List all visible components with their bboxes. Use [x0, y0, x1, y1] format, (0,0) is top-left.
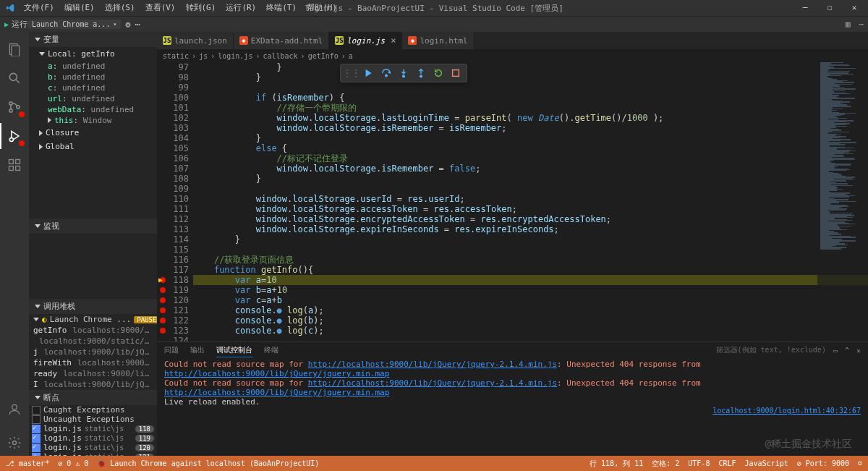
panel-tab[interactable]: 问题: [164, 344, 179, 357]
debug-toolbar[interactable]: ⋮⋮: [340, 64, 467, 82]
menu-item[interactable]: 编辑(E): [59, 0, 100, 16]
step-out-button[interactable]: [413, 66, 429, 80]
code-line[interactable]: [193, 336, 868, 341]
drag-handle-icon[interactable]: ⋮⋮: [344, 66, 359, 80]
minimap[interactable]: [817, 62, 868, 341]
breakpoint-item[interactable]: login.js static\js119: [29, 433, 157, 443]
editor-tab[interactable]: ◆EXData-add.html: [234, 32, 329, 49]
code-line[interactable]: //标记不记住登录: [193, 153, 868, 164]
step-into-button[interactable]: [396, 66, 412, 80]
checkbox[interactable]: [32, 415, 41, 424]
breakpoint-option[interactable]: Caught Exceptions: [29, 405, 157, 415]
continue-button[interactable]: [361, 66, 377, 80]
callstack-frame[interactable]: Ilocalhost:9000/lib/jQuery/jquery-2.1...: [29, 379, 157, 390]
breadcrumb-segment[interactable]: js: [199, 52, 208, 60]
code-line[interactable]: [193, 82, 868, 93]
code-line[interactable]: }: [193, 234, 868, 245]
variables-pane-header[interactable]: 变量: [29, 32, 157, 47]
code-line[interactable]: if (isRemember) {: [193, 93, 868, 103]
panel-tab[interactable]: 调试控制台: [216, 344, 252, 357]
menu-item[interactable]: 文件(F): [19, 0, 59, 16]
close-button[interactable]: ✕: [842, 0, 867, 16]
restart-button[interactable]: [430, 66, 446, 80]
checkbox[interactable]: [32, 444, 41, 452]
menu-item[interactable]: 终端(T): [261, 0, 302, 16]
code-line[interactable]: [193, 184, 868, 194]
code-line[interactable]: window.localStorage.userId = res.userId;: [193, 194, 868, 204]
more-icon[interactable]: ⋯: [135, 20, 140, 30]
variables-scope[interactable]: Closure: [29, 126, 157, 140]
editor-tab[interactable]: ◆login.html: [402, 32, 474, 49]
code-line[interactable]: window.localStorage.lastLoginTime = pars…: [193, 113, 868, 123]
variables-scope[interactable]: Local: getInfo: [29, 47, 157, 61]
status-item[interactable]: UTF-8: [688, 459, 710, 469]
stop-button[interactable]: [448, 66, 464, 80]
breakpoints-pane-header[interactable]: 断点: [29, 390, 157, 405]
menu-item[interactable]: 转到(G): [181, 0, 221, 16]
panel-maximize-icon[interactable]: ^: [845, 347, 849, 355]
callstack-frame[interactable]: jlocalhost:9000/lib/jQuery/jquery-2.1...: [29, 347, 157, 357]
variable-item[interactable]: this: Window: [29, 115, 157, 126]
menu-item[interactable]: 查看(V): [140, 0, 181, 16]
code-line[interactable]: console.● log(a);: [193, 305, 868, 315]
watch-pane-header[interactable]: 监视: [29, 218, 157, 234]
console-link[interactable]: http://localhost:9000/lib/jQuery/jquery-…: [308, 360, 557, 369]
minimize-button[interactable]: ─: [793, 0, 817, 16]
breakpoint-item[interactable]: login.js static\js118: [29, 424, 157, 433]
console-link[interactable]: http://localhost:9000/lib/jQuery/jquery.…: [164, 388, 389, 397]
code-line[interactable]: }: [193, 72, 868, 82]
code-line[interactable]: console.● log(c);: [193, 326, 868, 336]
status-item[interactable]: 空格: 2: [652, 459, 679, 469]
variable-item[interactable]: url: undefined: [29, 93, 157, 104]
breadcrumb-segment[interactable]: login.js: [218, 52, 252, 60]
variable-item[interactable]: webData: undefined: [29, 104, 157, 115]
breadcrumb[interactable]: static › js › login.js › callback › getI…: [157, 49, 868, 62]
console-source-link[interactable]: localhost:9000/login.html:40:32:67: [164, 407, 861, 415]
panel-tab[interactable]: 输出: [190, 344, 205, 357]
step-over-button[interactable]: [378, 66, 394, 80]
filter-input[interactable]: 筛选器(例如 text, !exclude): [716, 345, 826, 355]
explorer-icon[interactable]: [0, 36, 29, 62]
variable-item[interactable]: c: undefined: [29, 82, 157, 93]
code-line[interactable]: window.localStorage.isRemember = isRemem…: [193, 123, 868, 133]
account-icon[interactable]: [0, 396, 29, 423]
code-line[interactable]: console.● log(b);: [193, 315, 868, 326]
code-line[interactable]: window.localStorage.isRemember = false;: [193, 164, 868, 174]
code-line[interactable]: [193, 245, 868, 255]
source-control-icon[interactable]: [0, 94, 29, 120]
editor-tab[interactable]: JSlogin.js×: [329, 32, 402, 49]
checkbox[interactable]: [32, 406, 41, 415]
console-link[interactable]: http://localhost:9000/lib/jQuery/jquery.…: [164, 369, 389, 378]
breadcrumb-segment[interactable]: callback: [263, 52, 297, 60]
breakpoint-option[interactable]: Uncaught Exceptions: [29, 415, 157, 424]
status-item[interactable]: CRLF: [718, 459, 736, 469]
code-line[interactable]: //获取登录页面信息: [193, 255, 868, 265]
debug-icon[interactable]: [0, 123, 29, 149]
code-editor[interactable]: } } if (isRemember) { //存储一个带期限的 window.…: [193, 62, 868, 341]
code-line[interactable]: var a=10: [193, 275, 868, 285]
callstack-frame[interactable]: readylocalhost:9000/lib/jQuery/jquer...: [29, 368, 157, 379]
status-item[interactable]: 行 118, 列 11: [590, 459, 643, 469]
editor-tab[interactable]: JSlaunch.json: [157, 32, 234, 49]
debug-config-select[interactable]: Launch Chrome a...▾: [27, 20, 121, 29]
breakpoint-item[interactable]: login.js static\js120: [29, 443, 157, 452]
callstack-thread[interactable]: ◐ Launch Chrome ... PAUSED ON BREAKPOINT: [29, 314, 157, 325]
checkbox[interactable]: [32, 425, 41, 433]
search-icon[interactable]: [0, 65, 29, 91]
run-debug-button[interactable]: ▶: [4, 20, 9, 28]
code-line[interactable]: //存储一个带期限的: [193, 103, 868, 113]
callstack-frame[interactable]: localhost:9000/static/js/l...: [29, 336, 157, 347]
code-line[interactable]: window.localStorage.accessToken = res.ac…: [193, 204, 868, 214]
breadcrumb-segment[interactable]: static: [163, 52, 189, 60]
callstack-frame[interactable]: fireWithlocalhost:9000/lib/jQuery/jquer.…: [29, 357, 157, 368]
split-editor-icon[interactable]: ▥: [846, 20, 851, 29]
status-item[interactable]: JavaScript: [745, 459, 788, 469]
extensions-icon[interactable]: [0, 152, 29, 178]
variable-item[interactable]: b: undefined: [29, 72, 157, 82]
code-line[interactable]: function getInfo(){: [193, 265, 868, 275]
variable-item[interactable]: a: undefined: [29, 61, 157, 72]
callstack-pane-header[interactable]: 调用堆栈: [29, 299, 157, 314]
more-actions-icon[interactable]: ⋯: [859, 20, 864, 29]
status-item[interactable]: ⊘ Port: 9000: [797, 459, 849, 469]
code-line[interactable]: }: [193, 62, 868, 72]
